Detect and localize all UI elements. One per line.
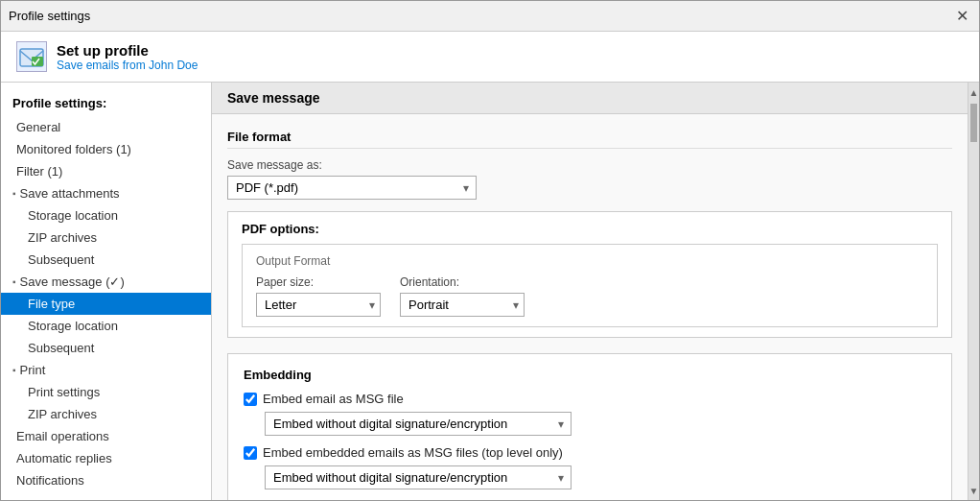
profile-icon <box>16 41 47 72</box>
embed2-select[interactable]: Embed without digital signature/encrypti… <box>265 465 572 489</box>
sidebar-item-subsequent-2[interactable]: Subsequent <box>1 337 211 359</box>
expand-icon-3: ▪ <box>12 365 16 375</box>
pdf-options-box: PDF options: Output Format Paper size: L… <box>227 211 952 338</box>
output-format-group: Output Format Paper size: Letter A4 Lega… <box>242 244 938 327</box>
header-title: Set up profile <box>57 42 198 59</box>
orientation-select-wrapper: Portrait Landscape <box>400 293 525 317</box>
content-area: Save message File format Save message as… <box>212 83 968 500</box>
sidebar-item-filter[interactable]: Filter (1) <box>1 160 211 182</box>
expand-icon: ▪ <box>12 188 16 199</box>
paper-size-select-wrapper: Letter A4 Legal A3 <box>256 293 381 317</box>
main-window: Profile settings ✕ Set up profile Save e… <box>0 0 980 501</box>
sidebar-item-general[interactable]: General <box>1 116 211 138</box>
sidebar-item-file-type[interactable]: File type <box>1 293 211 315</box>
sidebar-item-storage-location-2[interactable]: Storage location <box>1 315 211 337</box>
sidebar-item-zip-archives-2[interactable]: ZIP archives <box>1 403 211 425</box>
sidebar-group-save-attachments[interactable]: ▪ Save attachments <box>1 182 211 204</box>
scrollbar-thumb[interactable] <box>970 104 977 142</box>
file-format-title: File format <box>227 130 952 149</box>
sidebar-item-storage-location-1[interactable]: Storage location <box>1 204 211 227</box>
paper-size-label: Paper size: <box>256 275 381 289</box>
main-content: Profile settings: General Monitored fold… <box>1 83 979 500</box>
sidebar-item-email-operations[interactable]: Email operations <box>1 425 211 447</box>
expand-icon-2: ▪ <box>12 276 16 287</box>
header-text: Set up profile Save emails from John Doe <box>57 42 198 72</box>
sidebar-item-print: Print <box>20 363 46 377</box>
embed3-row: Embed other attachments (top level only) <box>244 499 936 500</box>
header-section: Set up profile Save emails from John Doe <box>1 32 979 83</box>
sidebar-item-save-message: Save message (✓) <box>20 274 125 289</box>
save-as-label: Save message as: <box>227 158 952 172</box>
save-as-select[interactable]: PDF (*.pdf) MSG (*.msg) EML (*.eml) HTML… <box>227 176 477 200</box>
sidebar: Profile settings: General Monitored fold… <box>1 83 212 500</box>
paper-size-select[interactable]: Letter A4 Legal A3 <box>256 293 381 317</box>
sidebar-item-monitored-folders[interactable]: Monitored folders (1) <box>1 138 211 160</box>
embed1-select[interactable]: Embed without digital signature/encrypti… <box>265 412 572 436</box>
embed2-select-wrapper: Embed without digital signature/encrypti… <box>265 465 572 489</box>
orientation-select[interactable]: Portrait Landscape <box>400 293 525 317</box>
sidebar-item-automatic-replies[interactable]: Automatic replies <box>1 447 211 469</box>
embed1-checkbox[interactable] <box>244 393 257 406</box>
pdf-options-title: PDF options: <box>242 222 938 236</box>
sidebar-item-print-settings[interactable]: Print settings <box>1 381 211 403</box>
sidebar-item-notifications[interactable]: Notifications <box>1 469 211 491</box>
sidebar-item-subsequent-1[interactable]: Subsequent <box>1 249 211 271</box>
inline-fields: Paper size: Letter A4 Legal A3 <box>256 275 923 317</box>
content-header: Save message <box>212 83 968 114</box>
sidebar-group-print[interactable]: ▪ Print <box>1 359 211 381</box>
embed1-select-wrapper: Embed without digital signature/encrypti… <box>265 412 572 436</box>
embed3-label: Embed other attachments (top level only) <box>263 499 490 500</box>
embed2-row: Embed embedded emails as MSG files (top … <box>244 445 936 460</box>
save-as-select-wrapper: PDF (*.pdf) MSG (*.msg) EML (*.eml) HTML… <box>227 176 477 200</box>
embedding-title: Embedding <box>244 368 936 382</box>
sidebar-heading: Profile settings: <box>1 90 211 116</box>
title-bar: Profile settings ✕ <box>1 1 979 32</box>
embed2-checkbox[interactable] <box>244 446 257 460</box>
embed2-label: Embed embedded emails as MSG files (top … <box>263 445 563 460</box>
embed1-label: Embed email as MSG file <box>263 392 404 406</box>
output-format-title: Output Format <box>256 254 923 268</box>
sidebar-item-save-attachments: Save attachments <box>20 186 120 201</box>
sidebar-group-save-message[interactable]: ▪ Save message (✓) <box>1 271 211 293</box>
embed3-checkbox[interactable] <box>244 500 257 501</box>
title-bar-title: Profile settings <box>9 9 90 23</box>
orientation-group: Orientation: Portrait Landscape <box>400 275 525 317</box>
content-body: File format Save message as: PDF (*.pdf)… <box>212 114 968 500</box>
sidebar-item-zip-archives-1[interactable]: ZIP archives <box>1 227 211 249</box>
scrollbar[interactable]: ▲ ▼ <box>968 83 979 500</box>
embedding-section: Embedding Embed email as MSG file Embed … <box>227 353 952 500</box>
title-bar-text: Profile settings <box>9 9 90 23</box>
embed1-row: Embed email as MSG file <box>244 392 936 406</box>
save-as-group: Save message as: PDF (*.pdf) MSG (*.msg)… <box>227 158 952 200</box>
header-subtitle: Save emails from John Doe <box>57 59 198 72</box>
paper-size-group: Paper size: Letter A4 Legal A3 <box>256 275 381 317</box>
close-button[interactable]: ✕ <box>952 7 971 26</box>
orientation-label: Orientation: <box>400 275 525 289</box>
